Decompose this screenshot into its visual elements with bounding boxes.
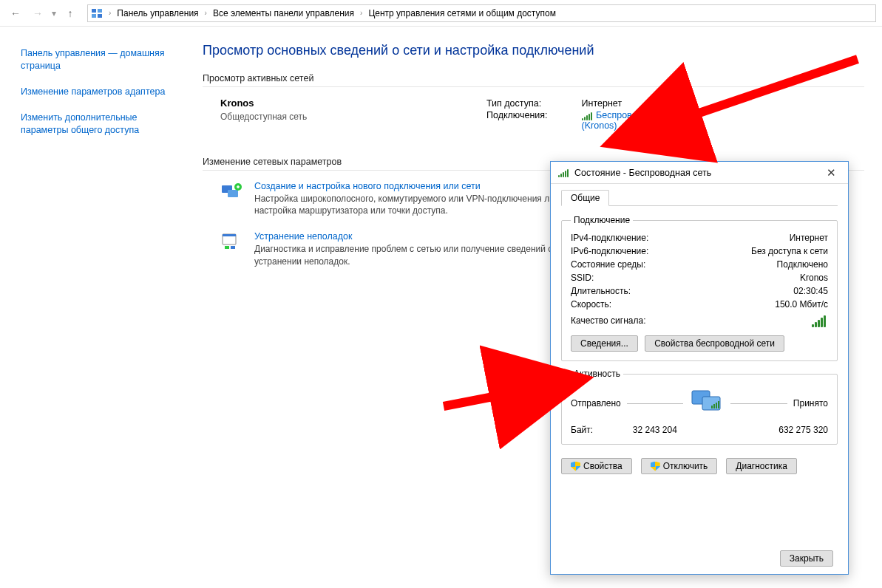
- media-label: Состояние среды:: [571, 259, 645, 270]
- duration-label: Длительность:: [571, 286, 631, 296]
- close-button[interactable]: Закрыть: [780, 550, 833, 567]
- troubleshoot-desc: Диагностика и исправление проблем с сеть…: [254, 243, 580, 267]
- address-bar: ← → ▾ ↑ › Панель управления › Все элемен…: [0, 0, 882, 27]
- new-connection-link[interactable]: Создание и настройка нового подключения …: [254, 181, 481, 191]
- sidebar: Панель управления — домашняя страница Из…: [0, 27, 177, 588]
- access-type-label: Тип доступа:: [486, 98, 552, 109]
- bytes-label: Байт:: [571, 425, 593, 435]
- chevron-right-icon: ›: [359, 9, 364, 17]
- sent-label: Отправлено: [571, 398, 621, 408]
- activity-monitor-icon: [689, 389, 725, 417]
- access-type-value: Интернет: [552, 98, 683, 109]
- svg-rect-0: [92, 9, 96, 13]
- shield-icon: [571, 462, 580, 471]
- sent-bytes-value: 32 243 204: [633, 425, 677, 435]
- duration-value: 02:30:45: [793, 286, 828, 296]
- speed-value: 150.0 Мбит/с: [775, 299, 828, 310]
- active-networks-heading: Просмотр активных сетей: [203, 73, 864, 83]
- connection-link[interactable]: Беспроводная сеть (Kronos): [582, 110, 679, 131]
- connections-label: Подключения:: [486, 109, 552, 131]
- new-connection-desc: Настройка широкополосного, коммутируемог…: [254, 193, 580, 216]
- activity-group-label: Активность: [571, 369, 623, 379]
- ssid-value: Kronos: [800, 273, 828, 283]
- control-panel-icon: [91, 7, 103, 19]
- disconnect-button[interactable]: Отключить: [641, 458, 718, 474]
- tab-general[interactable]: Общие: [561, 190, 609, 206]
- wifi-signal-icon: [582, 112, 594, 120]
- speed-label: Скорость:: [571, 299, 611, 310]
- received-label: Принято: [793, 398, 828, 408]
- connection-group-label: Подключение: [571, 215, 633, 225]
- connection-group: Подключение IPv4-подключение:Интернет IP…: [561, 215, 838, 361]
- ssid-label: SSID:: [571, 273, 594, 283]
- activity-group: Активность Отправлено Принято Байт: 32 2…: [561, 369, 838, 445]
- wireless-properties-button[interactable]: Свойства беспроводной сети: [645, 335, 784, 352]
- nav-dropdown-icon[interactable]: ▾: [52, 8, 56, 18]
- signal-quality-icon: [812, 315, 828, 327]
- breadcrumb-l2[interactable]: Все элементы панели управления: [210, 8, 357, 18]
- troubleshoot-icon: [220, 231, 244, 255]
- svg-rect-1: [98, 9, 102, 13]
- svg-rect-3: [98, 14, 102, 18]
- chevron-right-icon: ›: [107, 9, 112, 17]
- details-button[interactable]: Сведения...: [571, 335, 638, 352]
- page-title: Просмотр основных сведений о сети и наст…: [203, 43, 864, 58]
- nav-forward-button[interactable]: →: [28, 4, 47, 23]
- svg-rect-5: [228, 190, 238, 197]
- properties-button[interactable]: Свойства: [561, 458, 632, 474]
- wifi-signal-icon: [558, 168, 570, 177]
- network-name: Kronos: [220, 98, 254, 109]
- new-connection-icon: [220, 181, 244, 205]
- nav-up-button[interactable]: ↑: [61, 4, 80, 23]
- svg-rect-10: [231, 246, 235, 249]
- svg-rect-9: [225, 246, 229, 249]
- svg-rect-13: [711, 406, 713, 408]
- media-value: Подключено: [777, 259, 828, 270]
- wifi-status-dialog: Состояние - Беспроводная сеть ✕ Общие По…: [550, 161, 849, 575]
- sidebar-adapter-link[interactable]: Изменение параметров адаптера: [21, 86, 169, 98]
- sidebar-sharing-link[interactable]: Изменить дополнительные параметры общего…: [21, 112, 169, 137]
- svg-rect-15: [716, 403, 717, 408]
- troubleshoot-link[interactable]: Устранение неполадок: [254, 231, 352, 242]
- dialog-close-button[interactable]: ✕: [818, 166, 844, 180]
- ipv6-value: Без доступа к сети: [751, 246, 828, 256]
- network-profile: Общедоступная сеть: [220, 112, 442, 122]
- dialog-tabstrip: Общие: [561, 190, 838, 206]
- diagnostics-button[interactable]: Диагностика: [726, 458, 797, 474]
- svg-rect-14: [713, 404, 715, 408]
- breadcrumb[interactable]: › Панель управления › Все элементы панел…: [87, 4, 876, 22]
- ipv4-value: Интернет: [790, 233, 828, 243]
- ipv6-label: IPv6-подключение:: [571, 246, 648, 256]
- svg-rect-16: [718, 401, 719, 408]
- ipv4-label: IPv4-подключение:: [571, 233, 648, 243]
- breadcrumb-l3[interactable]: Центр управления сетями и общим доступом: [365, 8, 559, 18]
- breadcrumb-root[interactable]: Панель управления: [114, 8, 201, 18]
- shield-icon: [651, 462, 660, 471]
- chevron-right-icon: ›: [203, 9, 208, 17]
- svg-rect-8: [223, 234, 236, 236]
- received-bytes-value: 632 275 320: [778, 425, 828, 435]
- signal-quality-label: Качество сигнала:: [571, 315, 645, 329]
- sidebar-home-link[interactable]: Панель управления — домашняя страница: [21, 47, 169, 72]
- nav-back-button[interactable]: ←: [6, 4, 25, 23]
- svg-rect-2: [92, 14, 96, 18]
- dialog-title: Состояние - Беспроводная сеть: [574, 168, 814, 178]
